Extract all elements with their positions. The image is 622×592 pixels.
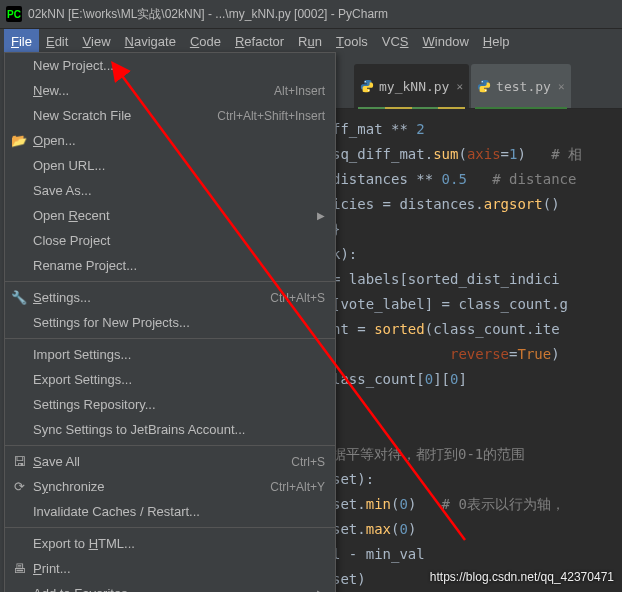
python-file-icon <box>477 79 491 93</box>
menu-item[interactable]: Export Settings... <box>5 367 335 392</box>
menu-item-label: Print... <box>33 561 325 576</box>
tab-label: my_kNN.py <box>379 74 449 99</box>
titlebar: PC 02kNN [E:\works\ML实战\02kNN] - ...\my_… <box>0 0 622 29</box>
code-line: reverse=True) <box>332 342 622 367</box>
menu-item[interactable]: Open URL... <box>5 153 335 178</box>
code-line: lass_count[0][0] <box>332 367 622 392</box>
code-line: set.max(0) <box>332 517 622 542</box>
menu-separator <box>5 445 335 446</box>
menu-item-label: Save All <box>33 454 291 469</box>
menu-item-label: Close Project <box>33 233 325 248</box>
menu-shortcut: Ctrl+Alt+Y <box>270 480 325 494</box>
menu-item-label: Export to HTML... <box>33 536 325 551</box>
menu-item[interactable]: Settings for New Projects... <box>5 310 335 335</box>
code-line: = labels[sorted_dist_indici <box>332 267 622 292</box>
menu-item[interactable]: Invalidate Caches / Restart... <box>5 499 335 524</box>
menu-item[interactable]: Rename Project... <box>5 253 335 278</box>
tab-testpy[interactable]: test.py✕ <box>471 64 570 108</box>
submenu-chevron-icon: ▶ <box>317 210 325 221</box>
menu-item[interactable]: Sync Settings to JetBrains Account... <box>5 417 335 442</box>
menu-item-label: Sync Settings to JetBrains Account... <box>33 422 325 437</box>
menu-item[interactable]: Save As... <box>5 178 335 203</box>
sync-icon: ⟳ <box>11 478 27 494</box>
menu-item[interactable]: 🖫Save AllCtrl+S <box>5 449 335 474</box>
svg-point-3 <box>485 90 486 91</box>
menu-item-label: New... <box>33 83 274 98</box>
menu-item-label: New Scratch File <box>33 108 217 123</box>
tab-my_kNNpy[interactable]: my_kNN.py✕ <box>354 64 469 108</box>
code-line: nt = sorted(class_count.ite <box>332 317 622 342</box>
menu-shortcut: Ctrl+Alt+S <box>270 291 325 305</box>
code-line: [vote_label] = class_count.g <box>332 292 622 317</box>
code-area[interactable]: ff_mat ** 2sq_diff_mat.sum(axis=1) # 相di… <box>332 109 622 592</box>
save-icon: 🖫 <box>11 453 27 469</box>
editor-tabs: my_kNN.py✕test.py✕ <box>332 52 622 109</box>
code-line: set.min(0) # 0表示以行为轴， <box>332 492 622 517</box>
menu-item-label: Open URL... <box>33 158 325 173</box>
code-line: } <box>332 217 622 242</box>
menu-item[interactable]: New Scratch FileCtrl+Alt+Shift+Insert <box>5 103 335 128</box>
menu-item[interactable]: 🔧Settings...Ctrl+Alt+S <box>5 285 335 310</box>
menu-item[interactable]: Close Project <box>5 228 335 253</box>
menubar-edit[interactable]: Edit <box>39 29 75 53</box>
menu-item[interactable]: Import Settings... <box>5 342 335 367</box>
menubar-tools[interactable]: Tools <box>329 29 375 53</box>
menubar-navigate[interactable]: Navigate <box>118 29 183 53</box>
code-line: sq_diff_mat.sum(axis=1) # 相 <box>332 142 622 167</box>
menu-shortcut: Ctrl+S <box>291 455 325 469</box>
open-icon: 📂 <box>11 132 27 148</box>
menu-item[interactable]: Add to Favorites▶ <box>5 581 335 592</box>
menu-item-label: Add to Favorites <box>33 586 311 592</box>
menubar-run[interactable]: Run <box>291 29 329 53</box>
menu-shortcut: Ctrl+Alt+Shift+Insert <box>217 109 325 123</box>
tab-label: test.py <box>496 74 551 99</box>
menu-item[interactable]: Open Recent▶ <box>5 203 335 228</box>
menu-item[interactable]: ⟳SynchronizeCtrl+Alt+Y <box>5 474 335 499</box>
menu-separator <box>5 281 335 282</box>
menu-item-label: Import Settings... <box>33 347 325 362</box>
editor-area: my_kNN.py✕test.py✕ ff_mat ** 2sq_diff_ma… <box>332 52 622 592</box>
menubar-window[interactable]: Window <box>416 29 476 53</box>
close-tab-icon[interactable]: ✕ <box>558 74 565 99</box>
pycharm-logo-icon: PC <box>6 6 22 22</box>
print-icon: 🖶 <box>11 560 27 576</box>
menu-item[interactable]: Settings Repository... <box>5 392 335 417</box>
menubar-code[interactable]: Code <box>183 29 228 53</box>
code-line: set): <box>332 467 622 492</box>
menu-item-label: Open Recent <box>33 208 311 223</box>
menu-item[interactable]: Export to HTML... <box>5 531 335 556</box>
code-line <box>332 392 622 417</box>
code-line: icies = distances.argsort() <box>332 192 622 217</box>
menubar-refactor[interactable]: Refactor <box>228 29 291 53</box>
code-line: l - min_val <box>332 542 622 567</box>
menu-item-label: New Project... <box>33 58 325 73</box>
menubar-file[interactable]: File <box>4 29 39 53</box>
watermark: https://blog.csdn.net/qq_42370471 <box>430 570 614 584</box>
menu-item-label: Synchronize <box>33 479 270 494</box>
code-line: 据平等对待，都打到0-1的范围 <box>332 442 622 467</box>
submenu-chevron-icon: ▶ <box>317 588 325 592</box>
svg-point-0 <box>365 81 366 82</box>
code-line: ff_mat ** 2 <box>332 117 622 142</box>
menu-separator <box>5 338 335 339</box>
file-menu-dropdown: New Project...New...Alt+InsertNew Scratc… <box>4 52 336 592</box>
menu-item-label: Invalidate Caches / Restart... <box>33 504 325 519</box>
code-line: k): <box>332 242 622 267</box>
menu-item-label: Settings... <box>33 290 270 305</box>
python-file-icon <box>360 79 374 93</box>
menu-item-label: Open... <box>33 133 325 148</box>
menubar-vcs[interactable]: VCS <box>375 29 416 53</box>
window-title: 02kNN [E:\works\ML实战\02kNN] - ...\my_kNN… <box>28 6 388 23</box>
menu-item-label: Settings for New Projects... <box>33 315 325 330</box>
menu-item[interactable]: New...Alt+Insert <box>5 78 335 103</box>
menu-item[interactable]: New Project... <box>5 53 335 78</box>
menu-item[interactable]: 🖶Print... <box>5 556 335 581</box>
menu-item-label: Export Settings... <box>33 372 325 387</box>
wrench-icon: 🔧 <box>11 289 27 305</box>
menubar-view[interactable]: View <box>75 29 117 53</box>
close-tab-icon[interactable]: ✕ <box>456 74 463 99</box>
menubar-help[interactable]: Help <box>476 29 517 53</box>
menu-item[interactable]: 📂Open... <box>5 128 335 153</box>
menu-shortcut: Alt+Insert <box>274 84 325 98</box>
svg-point-2 <box>482 81 483 82</box>
